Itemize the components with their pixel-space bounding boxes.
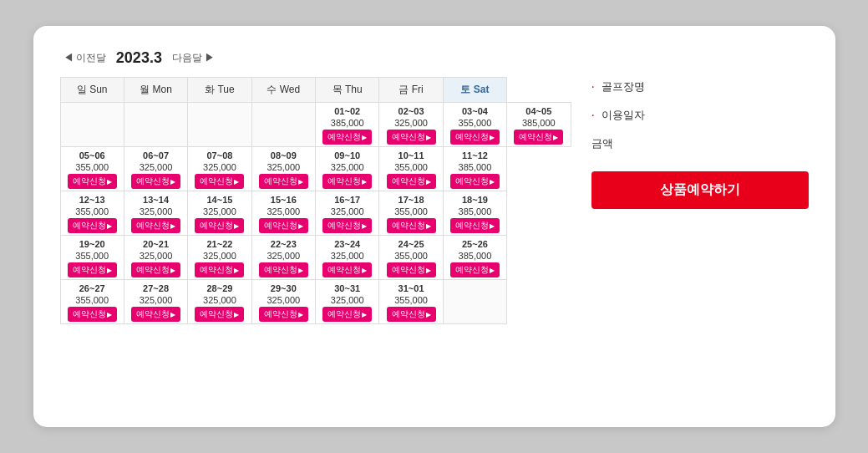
reserve-button[interactable]: 예약신청 [387, 218, 436, 233]
reserve-button[interactable]: 예약신청 [387, 262, 436, 277]
reserve-button[interactable]: 예약신청 [195, 262, 244, 277]
cell-price: 325,000 [140, 162, 173, 172]
cell-price: 355,000 [75, 162, 109, 172]
calendar-cell: 10~11355,000예약신청 [379, 147, 443, 191]
calendar-cell: 02~03325,000예약신청 [379, 103, 443, 147]
date-range: 24~25 [398, 239, 424, 249]
prev-month-btn[interactable]: ◀ 이전달 [60, 49, 109, 67]
calendar-cell: 03~04355,000예약신청 [443, 103, 506, 147]
reserve-button[interactable]: 예약신청 [68, 262, 117, 277]
reserve-button[interactable]: 예약신청 [322, 262, 372, 277]
reserve-button[interactable]: 예약신청 [387, 307, 436, 322]
reserve-button[interactable]: 예약신청 [259, 218, 308, 233]
cell-price: 355,000 [394, 162, 428, 172]
reserve-button[interactable]: 예약신청 [131, 174, 180, 189]
cell-price: 355,000 [75, 251, 109, 261]
cell-price: 325,000 [140, 206, 173, 216]
reserve-button[interactable]: 예약신청 [387, 130, 436, 145]
reserve-button[interactable]: 예약신청 [68, 307, 117, 322]
cell-price: 355,000 [394, 206, 428, 216]
cell-price: 355,000 [394, 251, 428, 261]
date-range: 18~19 [462, 195, 488, 205]
cell-price: 325,000 [331, 162, 364, 172]
reserve-button[interactable]: 예약신청 [450, 218, 500, 233]
calendar-title: 2023.3 [116, 49, 162, 67]
weekday-header-cell: 금 Fri [379, 78, 443, 103]
reserve-button[interactable]: 예약신청 [195, 218, 244, 233]
reserve-button[interactable]: 예약신청 [387, 174, 436, 189]
reserve-button[interactable]: 예약신청 [195, 307, 244, 322]
weekday-header-cell: 목 Thu [316, 78, 379, 103]
calendar-cell: 08~09325,000예약신청 [251, 147, 315, 191]
reserve-button[interactable]: 예약신청 [131, 262, 180, 277]
weekday-header-cell: 토 Sat [443, 78, 506, 103]
book-button[interactable]: 상품예약하기 [591, 171, 809, 209]
golf-dot: · [591, 79, 595, 94]
cell-price: 325,000 [266, 162, 300, 172]
reserve-button[interactable]: 예약신청 [259, 174, 308, 189]
reserve-button[interactable]: 예약신청 [450, 174, 500, 189]
cell-price: 325,000 [266, 251, 300, 261]
cell-price: 325,000 [140, 251, 173, 261]
date-range: 16~17 [334, 195, 360, 205]
calendar-cell: 07~08325,000예약신청 [188, 147, 251, 191]
date-range: 19~20 [79, 239, 105, 249]
cell-price: 355,000 [75, 295, 109, 305]
reserve-button[interactable]: 예약신청 [514, 130, 563, 145]
date-range: 10~11 [398, 150, 424, 160]
date-range: 29~30 [271, 283, 297, 293]
calendar-row: 01~02385,000예약신청02~03325,000예약신청03~04355… [60, 103, 571, 147]
date-range: 26~27 [79, 283, 105, 293]
calendar-cell: 31~01355,000예약신청 [379, 280, 443, 324]
date-range: 01~02 [334, 106, 360, 116]
reserve-button[interactable]: 예약신청 [322, 307, 372, 322]
date-range: 08~09 [271, 150, 297, 160]
companion-row: · 이용일자 [591, 108, 809, 123]
cell-price: 325,000 [266, 295, 300, 305]
calendar-cell: 18~19385,000예약신청 [443, 191, 506, 236]
date-range: 04~05 [525, 106, 551, 116]
calendar-cell: 04~05385,000예약신청 [507, 103, 571, 147]
calendar-cell: 17~18355,000예약신청 [379, 191, 443, 236]
date-range: 25~26 [462, 239, 488, 249]
calendar-cell: 24~25355,000예약신청 [379, 236, 443, 280]
reserve-button[interactable]: 예약신청 [322, 130, 372, 145]
cell-price: 325,000 [331, 206, 364, 216]
calendar-nav: ◀ 이전달 2023.3 다음달 ▶ [60, 49, 571, 67]
reserve-button[interactable]: 예약신청 [131, 218, 180, 233]
reserve-button[interactable]: 예약신청 [259, 262, 308, 277]
weekday-header-cell: 일 Sun [60, 78, 124, 103]
reserve-button[interactable]: 예약신청 [259, 307, 308, 322]
cell-price: 325,000 [394, 118, 428, 128]
calendar-cell: 28~29325,000예약신청 [188, 280, 251, 324]
reserve-button[interactable]: 예약신청 [322, 174, 372, 189]
date-range: 15~16 [271, 195, 297, 205]
calendar-cell: 14~15325,000예약신청 [188, 191, 251, 236]
reserve-button[interactable]: 예약신청 [322, 218, 372, 233]
date-range: 20~21 [143, 239, 169, 249]
date-range: 14~15 [206, 195, 232, 205]
date-range: 22~23 [271, 239, 297, 249]
reserve-button[interactable]: 예약신청 [68, 174, 117, 189]
golf-label: 골프장명 [602, 79, 645, 94]
date-range: 31~01 [398, 283, 424, 293]
reserve-button[interactable]: 예약신청 [195, 174, 244, 189]
cell-price: 325,000 [203, 295, 236, 305]
calendar-cell: 06~07325,000예약신청 [124, 147, 187, 191]
calendar-cell [124, 103, 187, 147]
calendar-cell: 05~06355,000예약신청 [60, 147, 124, 191]
date-range: 11~12 [462, 150, 488, 160]
reserve-button[interactable]: 예약신청 [131, 307, 180, 322]
companion-label: 이용일자 [602, 108, 645, 123]
cell-price: 355,000 [75, 206, 109, 216]
date-range: 13~14 [143, 195, 169, 205]
cell-price: 355,000 [394, 295, 428, 305]
reserve-button[interactable]: 예약신청 [450, 262, 500, 277]
cell-price: 385,000 [522, 118, 556, 128]
date-range: 23~24 [334, 239, 360, 249]
calendar-cell: 13~14325,000예약신청 [124, 191, 187, 236]
reserve-button[interactable]: 예약신청 [450, 130, 500, 145]
next-month-btn[interactable]: 다음달 ▶ [169, 49, 218, 67]
cell-price: 325,000 [140, 295, 173, 305]
reserve-button[interactable]: 예약신청 [68, 218, 117, 233]
